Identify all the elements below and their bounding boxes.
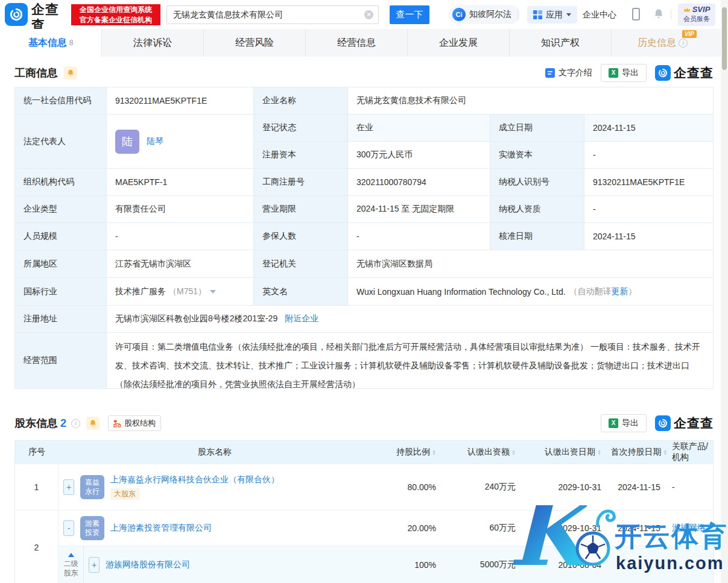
nearby-companies-link[interactable]: 附近企业 bbox=[285, 314, 318, 324]
sort-icon[interactable]: ▲▼ bbox=[432, 449, 436, 455]
monitor-bell-icon[interactable] bbox=[64, 66, 77, 80]
equity-structure-label: 股权结构 bbox=[124, 418, 156, 429]
tab-legal-litigation[interactable]: 法律诉讼 bbox=[102, 29, 204, 57]
top-bar: 企查查 Qcc.com 全国企业信用查询系统 官方备案企业征信机构 ✕ 查一下 … bbox=[0, 0, 721, 29]
shareholder-link[interactable]: 上海游素投资管理有限公司 bbox=[110, 523, 212, 534]
equity-structure-button[interactable]: 股权结构 bbox=[108, 415, 161, 431]
sort-icon[interactable]: ▲▼ bbox=[663, 449, 668, 455]
qcc-mini-label: 企查查 bbox=[674, 415, 714, 432]
apps-menu[interactable]: 应用 bbox=[527, 6, 577, 24]
info-icon[interactable]: i bbox=[679, 39, 688, 48]
info-value-scope: 许可项目：第二类增值电信业务（依法须经批准的项目，经相关部门批准后方可开展经营活… bbox=[107, 333, 714, 389]
export-label: 导出 bbox=[622, 418, 639, 429]
apps-grid-icon bbox=[533, 10, 542, 19]
search-clear-icon[interactable]: ✕ bbox=[364, 10, 373, 19]
qcc-logo-icon[interactable] bbox=[5, 3, 28, 26]
address-text: 无锡市滨湖区科教创业园8号楼2楼201室-29 bbox=[115, 314, 277, 324]
ratio-value: 80.00% bbox=[371, 464, 443, 510]
info-label-company-name: 企业名称 bbox=[254, 87, 348, 115]
monitor-bell-icon[interactable] bbox=[86, 417, 100, 430]
info-label-org-code: 组织机构代码 bbox=[15, 169, 107, 196]
info-value-taxpayer-id: 91320211MAE5KPTF1E bbox=[584, 169, 714, 196]
info-label-legal-rep: 法定代表人 bbox=[15, 115, 107, 169]
second-level-shareholder-subrow: 二级 股东 + 游族网络股份有限公司 100% 5000万元 2016-08-0… bbox=[59, 546, 713, 583]
section-title: 股东信息 bbox=[14, 416, 58, 430]
tab-operation-risk[interactable]: 经营风险 bbox=[204, 29, 306, 57]
info-value-credit-code: 91320211MAE5KPTF1E bbox=[107, 87, 254, 115]
amount-date-value: 2029-10-31 bbox=[534, 511, 610, 546]
col-related: 关联产品/机构 bbox=[668, 441, 713, 463]
collapse-triangle-icon[interactable] bbox=[68, 553, 74, 557]
sort-icon[interactable]: ▲▼ bbox=[597, 449, 601, 455]
col-name: 股东名称 bbox=[59, 447, 371, 458]
tab-label: 经营风险 bbox=[235, 37, 274, 49]
tab-history-info[interactable]: VIP 历史信息 i bbox=[612, 29, 714, 57]
chevron-down-icon[interactable] bbox=[210, 290, 216, 294]
tab-label: 基本信息 bbox=[28, 37, 67, 49]
svip-member-entry[interactable]: SVIP 会员服务 bbox=[678, 4, 715, 26]
info-value-paid-capital: - bbox=[584, 142, 714, 169]
tab-company-development[interactable]: 企业发展 bbox=[408, 29, 510, 57]
info-label-company-type: 企业类型 bbox=[15, 196, 107, 223]
shareholders-table: 序号 股东名称 持股比例 ▲▼ 认缴出资额 ▲▼ 认缴出资日期 ▲▼ 首次持股日… bbox=[14, 440, 714, 583]
col-ratio[interactable]: 持股比例 ▲▼ bbox=[371, 447, 443, 458]
scrollbar-thumb[interactable] bbox=[722, 7, 727, 70]
enterprise-center-link[interactable]: 企业中心 bbox=[583, 10, 616, 20]
shareholder-link[interactable]: 上海嘉益永行网络科技合伙企业（有限合伙） bbox=[110, 474, 279, 485]
scrollbar-track[interactable] bbox=[721, 0, 728, 583]
info-value-org-code: MAE5KPTF-1 bbox=[107, 169, 254, 196]
qcc-watermark-logo: 企查查 bbox=[655, 415, 714, 432]
shareholders-count: 2 bbox=[60, 417, 66, 430]
legal-rep-link[interactable]: 陆琴 bbox=[147, 136, 163, 147]
legal-rep-avatar[interactable]: 陆 bbox=[115, 130, 139, 154]
credential-line1: 全国企业信用查询系统 bbox=[71, 5, 160, 15]
shareholder-link[interactable]: 游族网络股份有限公司 bbox=[106, 559, 190, 570]
shareholder-avatar[interactable]: 游素 投资 bbox=[80, 516, 104, 540]
export-button[interactable]: X 导出 bbox=[601, 414, 647, 432]
info-label-address: 注册地址 bbox=[15, 306, 107, 333]
tab-basic-info[interactable]: 基本信息 8 bbox=[0, 29, 102, 57]
tab-label: 历史信息 bbox=[638, 37, 676, 49]
tab-label: 企业发展 bbox=[439, 37, 478, 49]
first-date-value bbox=[610, 546, 668, 583]
col-first-date[interactable]: 首次持股日期 ▲▼ bbox=[610, 447, 668, 458]
related-value: 游族网络 bbox=[668, 511, 713, 546]
business-info-header: 工商信息 文字介绍 X 导出 bbox=[14, 61, 714, 84]
excel-icon: X bbox=[609, 418, 618, 428]
expand-icon[interactable]: + bbox=[89, 557, 100, 573]
sort-icon[interactable]: ▲▼ bbox=[511, 449, 516, 455]
info-label-region: 所属地区 bbox=[15, 250, 107, 278]
expand-icon[interactable]: + bbox=[63, 479, 74, 495]
amount-value: 240万元 bbox=[443, 464, 534, 510]
zhibi-alpha-icon: Ci bbox=[452, 8, 466, 21]
tab-operation-info[interactable]: 经营信息 bbox=[306, 29, 408, 57]
mobile-app-icon[interactable] bbox=[632, 8, 640, 20]
info-label-registry: 登记机关 bbox=[254, 250, 348, 278]
export-button[interactable]: X 导出 bbox=[601, 64, 647, 82]
col-seq: 序号 bbox=[15, 447, 59, 458]
col-amount-date[interactable]: 认缴出资日期 ▲▼ bbox=[534, 447, 610, 458]
info-value-establish-date: 2024-11-15 bbox=[584, 115, 714, 142]
zhibi-alpha-entry[interactable]: Ci 知彼阿尔法 bbox=[449, 5, 520, 24]
info-value-reg-capital: 300万元人民币 bbox=[348, 142, 490, 169]
related-product-link[interactable]: 游族网络 bbox=[672, 523, 706, 534]
shareholders-table-header: 序号 股东名称 持股比例 ▲▼ 认缴出资额 ▲▼ 认缴出资日期 ▲▼ 首次持股日… bbox=[15, 441, 713, 464]
qcc-mini-label: 企查查 bbox=[674, 65, 714, 81]
notification-bell-icon[interactable] bbox=[653, 8, 665, 22]
collapse-icon[interactable]: - bbox=[63, 520, 74, 536]
search-button[interactable]: 查一下 bbox=[390, 5, 429, 24]
tab-intellectual-property[interactable]: 知识产权 bbox=[510, 29, 612, 57]
info-label-scope: 经营范围 bbox=[15, 333, 107, 389]
search-input[interactable] bbox=[166, 5, 379, 24]
info-value-region: 江苏省无锡市滨湖区 bbox=[107, 250, 254, 278]
industry-code: （M751） bbox=[168, 286, 206, 297]
info-icon[interactable]: i bbox=[71, 419, 80, 428]
text-intro-button[interactable]: 文字介绍 bbox=[545, 68, 592, 78]
col-amount[interactable]: 认缴出资额 ▲▼ bbox=[443, 447, 534, 458]
translate-update-link[interactable]: 更新 bbox=[612, 286, 628, 297]
row-seq: 2 bbox=[15, 511, 59, 583]
zhibi-alpha-label: 知彼阿尔法 bbox=[469, 9, 511, 20]
tab-label: 法律诉讼 bbox=[133, 37, 172, 49]
shareholder-avatar[interactable]: 嘉益 永行 bbox=[80, 475, 104, 499]
info-value-staff-size: - bbox=[107, 223, 254, 250]
